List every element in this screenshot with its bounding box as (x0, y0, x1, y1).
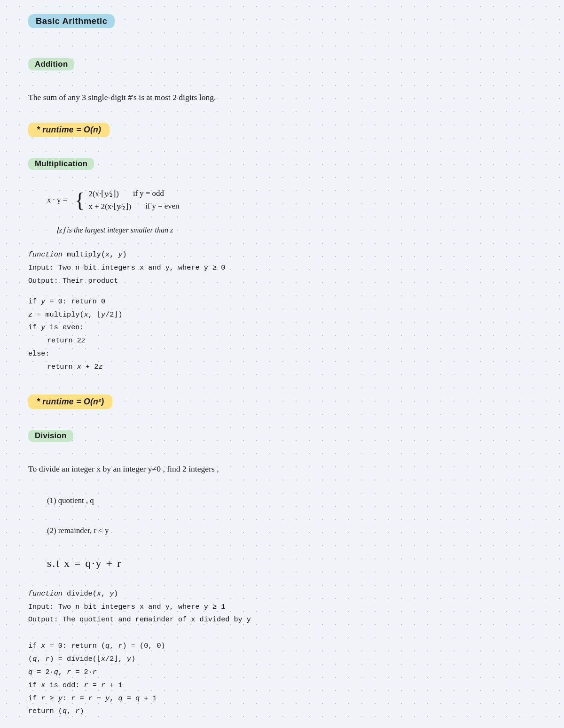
multiply-output: Output: Their product (28, 275, 536, 288)
function-keyword: function multiply(x, y) (28, 250, 127, 259)
division-badge: Division (28, 430, 73, 442)
multiply-input: Input: Two n–bit integers x and y, where… (28, 262, 536, 275)
divide-line-0: if x = 0: return (q, r) = (0, 0) (28, 640, 536, 653)
algo-line-1: z = multiply(x, ⌊y/2⌋) (28, 309, 536, 322)
algo-line-4: else: (28, 348, 536, 361)
division-point1: (1) quotient , q (28, 493, 536, 508)
main-section: Basic Arithmetic (28, 14, 536, 37)
multiply-title: function multiply(x, y) (28, 248, 536, 262)
addition-description: The sum of any 3 single-digit #'s is at … (28, 89, 536, 106)
multiply-runtime: * runtime = O(n²) (28, 395, 112, 409)
divide-input: Input: Two n–bit integers x and y, where… (28, 601, 536, 614)
multiplication-badge: Multiplication (28, 158, 94, 170)
division-section: Division To divide an integer x by an in… (28, 430, 536, 728)
case2-expr: x + 2(x·⌊y⁄₂⌋) (89, 201, 132, 211)
addition-badge: Addition (28, 58, 74, 70)
algo-line-2: if y is even: (28, 321, 536, 334)
piecewise-cases: 2(x·⌊y⁄₂⌋) if y = odd x + 2(x·⌊y⁄₂⌋) if … (89, 189, 180, 211)
multiplication-formula: x · y = { 2(x·⌊y⁄₂⌋) if y = odd x + 2(x·… (47, 189, 180, 211)
algo-line-3: return 2z (28, 334, 536, 348)
case1-cond: if y = odd (133, 189, 164, 199)
multiplication-section: Multiplication x · y = { 2(x·⌊y⁄₂⌋) if y… (28, 158, 536, 416)
divide-title: function divide(x, y) (28, 588, 536, 601)
algo-line-5: return x + 2z (28, 361, 536, 374)
divide-algo: function divide(x, y) Input: Two n–bit i… (28, 588, 536, 718)
divide-line-4: if r ≥ y: r = r − y, q = q + 1 (28, 692, 536, 705)
divide-line-2: q = 2·q, r = 2·r (28, 666, 536, 679)
division-point2: (2) remainder, r < y (28, 523, 536, 538)
algo-line-0: if y = 0: return 0 (28, 295, 536, 309)
case-even: x + 2(x·⌊y⁄₂⌋) if y = even (89, 201, 180, 211)
spacer-line (28, 288, 536, 295)
page-container: Basic Arithmetic Addition The sum of any… (28, 14, 536, 728)
case1-expr: 2(x·⌊y⁄₂⌋) (89, 189, 119, 199)
spacer-line2 (28, 627, 536, 640)
addition-section: Addition The sum of any 3 single-digit #… (28, 58, 536, 144)
floor-note: ⌊z⌋ is the largest integer smaller than … (56, 225, 536, 234)
multiply-algo: function multiply(x, y) Input: Two n–bit… (28, 248, 536, 374)
addition-runtime: * runtime = O(n) (28, 123, 110, 137)
division-equation: s.t x = q·y + r (47, 557, 536, 570)
big-brace: { (75, 190, 85, 211)
case-odd: 2(x·⌊y⁄₂⌋) if y = odd (89, 189, 180, 199)
division-description: To divide an integer x by an integer y≠0… (28, 461, 536, 477)
case2-cond: if y = even (145, 201, 179, 211)
divide-line-3: if x is odd: r = r + 1 (28, 679, 536, 692)
formula-lhs: x · y = (47, 195, 67, 205)
divide-line-1: (q, r) = divide(⌊x/2⌋, y) (28, 653, 536, 666)
divide-line-5: return (q, r) (28, 705, 536, 718)
divide-output: Output: The quotient and remainder of x … (28, 613, 536, 627)
main-title-badge: Basic Arithmetic (28, 14, 115, 28)
